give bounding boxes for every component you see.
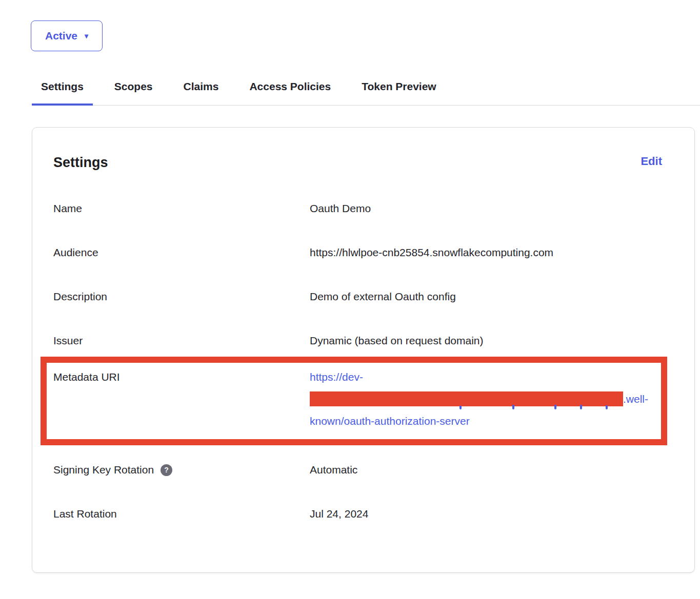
metadata-uri-link[interactable]: https://dev- .well- known/oauth-authoriz… [310, 366, 661, 432]
page-root: Active ▾ Settings Scopes Claims Access P… [0, 0, 700, 573]
tab-settings[interactable]: Settings [32, 80, 93, 106]
redaction-highlight-box: Metadata URI https://dev- .well- known/o… [41, 357, 667, 445]
field-row-signing-key-rotation: Signing Key Rotation ? Automatic [53, 464, 673, 476]
signing-key-rotation-label: Signing Key Rotation [53, 464, 154, 476]
tab-bar: Settings Scopes Claims Access Policies T… [32, 80, 700, 106]
field-label-audience: Audience [53, 246, 310, 259]
metadata-uri-line2-suffix[interactable]: .well- [623, 388, 648, 410]
field-value-last-rotation: Jul 24, 2024 [310, 508, 673, 520]
metadata-uri-line1[interactable]: https://dev- [310, 366, 661, 388]
field-row-issuer: Issuer Dynamic (based on request domain) [53, 335, 673, 347]
metadata-uri-line2: .well- [310, 388, 661, 410]
field-row-description: Description Demo of external Oauth confi… [53, 291, 673, 303]
status-label: Active [45, 30, 77, 42]
redacted-descender-mark [580, 405, 582, 409]
metadata-uri-line3[interactable]: known/oauth-authorization-server [310, 410, 661, 432]
redacted-descender-mark [459, 406, 462, 409]
field-label-signing-key-rotation: Signing Key Rotation ? [53, 464, 310, 476]
tab-scopes[interactable]: Scopes [105, 80, 162, 106]
tab-access-policies[interactable]: Access Policies [240, 80, 340, 106]
redacted-descender-mark [554, 405, 556, 409]
field-row-audience: Audience https://hlwlpoe-cnb25854.snowfl… [53, 246, 673, 259]
help-question-icon[interactable]: ? [161, 464, 172, 476]
field-label-last-rotation: Last Rotation [53, 508, 310, 520]
field-label-issuer: Issuer [53, 335, 310, 347]
field-row-metadata-uri: Metadata URI https://dev- .well- known/o… [53, 366, 661, 432]
field-value-signing-key-rotation: Automatic [310, 464, 673, 476]
field-label-description: Description [53, 291, 310, 303]
card-title: Settings [53, 155, 108, 171]
field-value-audience: https://hlwlpoe-cnb25854.snowflakecomput… [310, 246, 673, 259]
field-value-issuer: Dynamic (based on request domain) [310, 335, 673, 347]
redaction-bar [310, 391, 623, 406]
redacted-descender-mark [512, 405, 514, 409]
field-row-last-rotation: Last Rotation Jul 24, 2024 [53, 508, 673, 520]
tab-token-preview[interactable]: Token Preview [352, 80, 446, 106]
field-value-description: Demo of external Oauth config [310, 291, 673, 303]
redacted-descender-mark [606, 405, 608, 409]
field-row-name: Name Oauth Demo [53, 202, 673, 215]
active-status-dropdown-button[interactable]: Active ▾ [31, 20, 103, 51]
card-header: Settings Edit [53, 155, 673, 171]
settings-card: Settings Edit Name Oauth Demo Audience h… [32, 127, 695, 573]
field-value-name: Oauth Demo [310, 202, 673, 215]
field-label-metadata-uri: Metadata URI [53, 366, 310, 388]
field-label-name: Name [53, 202, 310, 215]
caret-down-icon: ▾ [85, 32, 88, 39]
edit-button[interactable]: Edit [641, 155, 662, 168]
status-dropdown-wrap: Active ▾ [0, 0, 700, 51]
tab-claims[interactable]: Claims [174, 80, 228, 106]
